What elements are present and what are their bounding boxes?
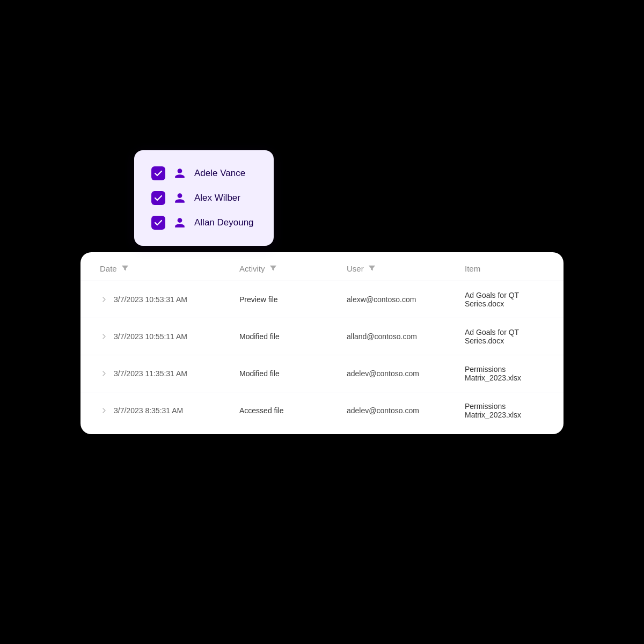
- filter-icon[interactable]: [121, 264, 129, 273]
- activity-value: Modified file: [239, 369, 347, 378]
- user-value: alland@contoso.com: [347, 332, 465, 341]
- expand-chevron-icon[interactable]: [100, 406, 108, 415]
- table-row[interactable]: 3/7/2023 10:53:31 AMPreview filealexw@co…: [80, 281, 564, 318]
- activity-value: Preview file: [239, 295, 347, 304]
- col-header-activity[interactable]: Activity: [239, 264, 347, 273]
- checkbox-icon[interactable]: [151, 216, 165, 230]
- col-header-date[interactable]: Date: [100, 264, 239, 273]
- item-value: Ad Goals for QT Series.docx: [465, 291, 544, 308]
- table-row[interactable]: 3/7/2023 11:35:31 AMModified fileadelev@…: [80, 355, 564, 392]
- expand-chevron-icon[interactable]: [100, 369, 108, 378]
- column-label: Item: [465, 264, 480, 273]
- dropdown-item-label: Allan Deyoung: [194, 217, 254, 228]
- activity-table: Date Activity User Item 3/7/2023 10:53:3…: [80, 252, 564, 434]
- item-value: Permissions Matrix_2023.xlsx: [465, 365, 544, 382]
- column-label: Activity: [239, 264, 265, 273]
- filter-icon[interactable]: [269, 264, 277, 273]
- table-row[interactable]: 3/7/2023 8:35:31 AMAccessed fileadelev@c…: [80, 392, 564, 429]
- date-cell: 3/7/2023 10:55:11 AM: [100, 332, 239, 341]
- expand-chevron-icon[interactable]: [100, 332, 108, 341]
- activity-value: Accessed file: [239, 406, 347, 415]
- checkbox-icon[interactable]: [151, 166, 165, 180]
- date-value: 3/7/2023 10:55:11 AM: [114, 332, 187, 341]
- date-cell: 3/7/2023 11:35:31 AM: [100, 369, 239, 378]
- user-icon: [173, 216, 187, 230]
- date-value: 3/7/2023 11:35:31 AM: [114, 369, 187, 378]
- date-cell: 3/7/2023 10:53:31 AM: [100, 295, 239, 304]
- date-value: 3/7/2023 10:53:31 AM: [114, 295, 187, 304]
- dropdown-item-0[interactable]: Adele Vance: [149, 161, 259, 186]
- dropdown-item-1[interactable]: Alex Wilber: [149, 186, 259, 210]
- dropdown-item-2[interactable]: Allan Deyoung: [149, 210, 259, 235]
- user-filter-dropdown[interactable]: Adele Vance Alex Wilber Allan Deyoung: [134, 150, 274, 246]
- item-value: Permissions Matrix_2023.xlsx: [465, 402, 544, 419]
- column-label: Date: [100, 264, 117, 273]
- user-icon: [173, 166, 187, 180]
- filter-icon[interactable]: [368, 264, 376, 273]
- item-value: Ad Goals for QT Series.docx: [465, 328, 544, 345]
- dropdown-item-label: Adele Vance: [194, 168, 245, 179]
- user-value: adelev@contoso.com: [347, 369, 465, 378]
- table-header: Date Activity User Item: [80, 252, 564, 281]
- activity-value: Modified file: [239, 332, 347, 341]
- checkbox-icon[interactable]: [151, 191, 165, 205]
- expand-chevron-icon[interactable]: [100, 295, 108, 304]
- date-value: 3/7/2023 8:35:31 AM: [114, 406, 183, 415]
- col-header-item: Item: [465, 264, 544, 273]
- date-cell: 3/7/2023 8:35:31 AM: [100, 406, 239, 415]
- user-value: adelev@contoso.com: [347, 406, 465, 415]
- table-body: 3/7/2023 10:53:31 AMPreview filealexw@co…: [80, 281, 564, 434]
- user-value: alexw@contoso.com: [347, 295, 465, 304]
- user-icon: [173, 191, 187, 205]
- column-label: User: [347, 264, 364, 273]
- dropdown-item-label: Alex Wilber: [194, 193, 240, 203]
- table-row[interactable]: 3/7/2023 10:55:11 AMModified filealland@…: [80, 318, 564, 355]
- col-header-user[interactable]: User: [347, 264, 465, 273]
